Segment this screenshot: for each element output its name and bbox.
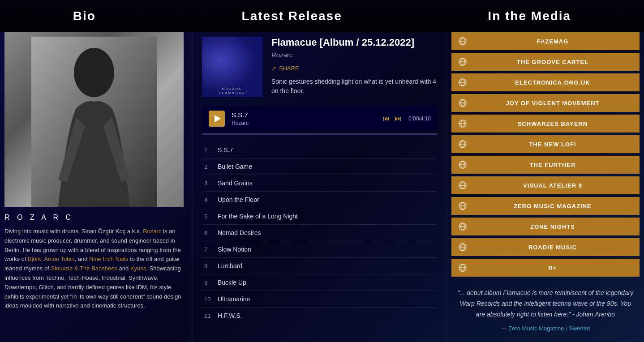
media-label: JOY OF VIOLENT MOVEMENT [472,100,633,107]
media-link-visual-atelier-8[interactable]: VISUAL ATELIER 8 [451,176,640,194]
siouxsie-link[interactable]: Siouxsie & The Banshees [51,265,117,272]
media-label: THE NEW LOFI [472,141,633,148]
bio-text: Diving into music with drums, Sinan Özgü… [4,227,188,311]
track-item[interactable]: 5 For the Sake of a Long Night [202,208,438,225]
track-item[interactable]: 10 Ultramarine [202,291,438,308]
media-link-electronica-org-uk[interactable]: ELECTRONICA.ORG.UK [451,73,640,91]
media-link-schwarzes-bayern[interactable]: SCHWARZES BAYERN [451,115,640,133]
track-number: 10 [204,296,218,303]
nine-inch-nails-link[interactable]: Nine Inch Nails [89,256,128,262]
artist-name: R O Z A R C [4,214,188,222]
player-artist-name: Rozarc [232,120,376,126]
media-link-joy-of-violent-movement[interactable]: JOY OF VIOLENT MOVEMENT [451,94,640,112]
kyuss-link[interactable]: Kyuss [130,265,146,272]
quote-text: "... debut album Flamacue is more remini… [456,288,635,320]
track-number: 2 [204,163,218,170]
player-time: 0:00/4:10 [408,115,431,122]
player-info: S.S.7 Rozarc [232,111,376,126]
release-column: ROZARCFLAMACUE Flamacue [Album / 25.12.2… [193,32,447,342]
track-name: Nomad Desires [218,229,435,236]
track-name: Upon the Floor [218,196,435,203]
track-number: 7 [204,246,218,253]
media-label: ZERO MUSIC MAGAZINE [472,203,633,209]
media-link-fazemag[interactable]: FAZEMAG [451,32,640,50]
track-name: Buckle Up [218,279,435,286]
track-name: Bullet Game [218,163,435,170]
media-link-r-plus[interactable]: R+ [451,259,640,277]
media-label: VISUAL ATELIER 8 [472,182,633,189]
media-label: R+ [472,265,633,271]
header: Bio Latest Release In the Media [0,0,644,32]
main-layout: R O Z A R C Diving into music with drums… [0,32,644,342]
media-label: ELECTRONICA.ORG.UK [472,79,633,86]
globe-icon [458,98,467,107]
artist-photo [31,37,157,207]
bio-nav[interactable]: Bio [73,9,96,23]
track-name: Ultramarine [218,295,435,303]
attribution-dash: — [501,325,509,332]
media-label: ROADIE MUSIC [472,244,633,251]
track-item[interactable]: 8 Lumbard [202,258,438,274]
album-cover-inner: ROZARCFLAMACUE [202,37,262,97]
progress-bar[interactable] [202,133,438,135]
media-link-the-groove-cartel[interactable]: THE GROOVE CARTEL [451,53,640,71]
media-links-container: FAZEMAG THE GROOVE CARTEL ELECTRONICA.OR… [451,32,640,277]
album-title: Flamacue [Album / 25.12.2022] [271,37,438,48]
media-link-zero-music-magazine[interactable]: ZERO MUSIC MAGAZINE [451,197,640,215]
track-item[interactable]: 11 H.F.W.S. [202,308,438,324]
album-cover: ROZARCFLAMACUE [202,37,262,97]
media-link-the-new-lofi[interactable]: THE NEW LOFI [451,135,640,153]
track-item[interactable]: 6 Nomad Desires [202,225,438,241]
track-item[interactable]: 2 Bullet Game [202,158,438,175]
media-link-zone-nights[interactable]: ZONE NIGHTS [451,218,640,235]
svg-point-1 [74,48,114,97]
bjork-link[interactable]: Björk [28,256,41,262]
bio-photo [4,32,184,207]
media-label: THE GROOVE CARTEL [472,59,633,65]
globe-icon [458,181,467,190]
album-description: Sonic gestures shedding light on what is… [271,77,438,96]
track-number: 1 [204,147,218,154]
share-button[interactable]: ↗ SHARE [271,65,299,72]
globe-icon [458,222,467,231]
zero-music-link[interactable]: Zero Music Magazine / Sweden [508,325,590,332]
next-button[interactable]: ⏭ [395,115,402,123]
play-button[interactable] [209,111,225,127]
media-link-roadie-music[interactable]: ROADIE MUSIC [451,238,640,256]
globe-icon [458,78,467,87]
album-info: Flamacue [Album / 25.12.2022] Rozarc ↗ S… [271,37,438,97]
in-the-media-nav[interactable]: In the Media [488,9,571,23]
quote-attribution: — Zero Music Magazine / Sweden [456,325,635,332]
rozarc-link[interactable]: Rozarc [143,228,161,235]
track-number: 9 [204,279,218,286]
media-label: FAZEMAG [472,38,633,45]
prev-button[interactable]: ⏮ [383,115,390,123]
album-artist: Rozarc [271,51,438,59]
track-number: 4 [204,197,218,203]
track-number: 6 [204,230,218,236]
globe-icon [458,140,467,149]
amon-tobin-link[interactable]: Amon Tobin [44,256,74,262]
globe-icon [458,201,467,210]
track-item[interactable]: 4 Upon the Floor [202,192,438,208]
media-link-the-further[interactable]: THE FURTHER [451,156,640,174]
track-item[interactable]: 7 Slow Notion [202,241,438,258]
track-item[interactable]: 9 Buckle Up [202,274,438,291]
track-name: Sand Grains [218,180,435,187]
latest-release-nav[interactable]: Latest Release [242,9,342,23]
track-number: 11 [204,312,218,319]
quote-section: "... debut album Flamacue is more remini… [451,283,640,336]
track-item[interactable]: 3 Sand Grains [202,175,438,192]
player-track-name: S.S.7 [232,111,376,119]
player-controls: ⏮ ⏭ [383,115,402,123]
media-label: SCHWARZES BAYERN [472,120,633,127]
track-number: 5 [204,213,218,220]
album-header: ROZARCFLAMACUE Flamacue [Album / 25.12.2… [202,37,438,97]
track-list: 1 S.S.7 2 Bullet Game 3 Sand Grains 4 Up… [202,142,438,324]
media-label: THE FURTHER [472,162,633,168]
album-cover-text: ROZARCFLAMACUE [219,87,246,95]
media-column: FAZEMAG THE GROOVE CARTEL ELECTRONICA.OR… [447,32,644,342]
track-name: Lumbard [218,262,435,269]
track-name: For the Sake of a Long Night [218,213,435,220]
track-item[interactable]: 1 S.S.7 [202,142,438,158]
